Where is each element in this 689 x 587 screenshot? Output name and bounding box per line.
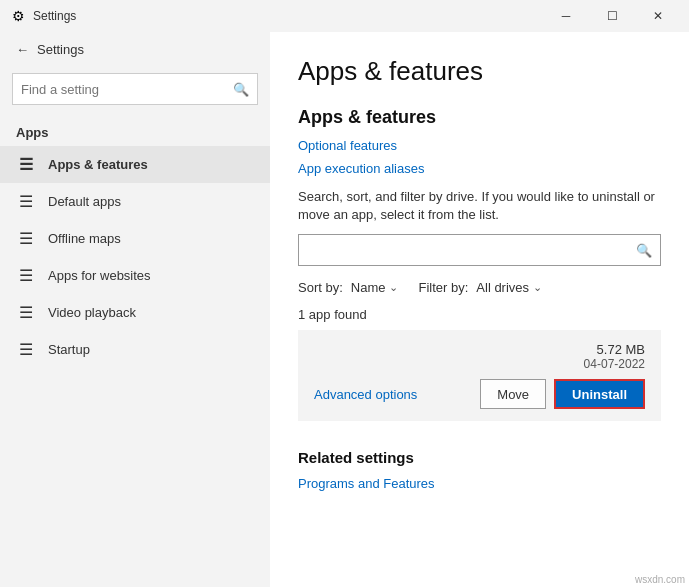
titlebar-controls: ─ ☐ ✕ <box>543 0 681 32</box>
optional-features-link[interactable]: Optional features <box>298 138 661 153</box>
move-button[interactable]: Move <box>480 379 546 409</box>
app-card-buttons: Move Uninstall <box>480 379 645 409</box>
video-playback-icon: ☰ <box>16 303 36 322</box>
app-card: 5.72 MB 04-07-2022 Advanced options Move… <box>298 330 661 421</box>
programs-features-link[interactable]: Programs and Features <box>298 476 661 491</box>
back-icon: ← <box>16 42 29 57</box>
page-title: Apps & features <box>298 56 661 87</box>
sidebar-item-video-playback-label: Video playback <box>48 305 136 320</box>
sort-label: Sort by: <box>298 280 343 295</box>
sidebar-item-video-playback[interactable]: ☰ Video playback <box>0 294 270 331</box>
app-search-box[interactable]: 🔍 <box>298 234 661 266</box>
apps-features-icon: ☰ <box>16 155 36 174</box>
app-execution-link[interactable]: App execution aliases <box>298 161 661 176</box>
titlebar-left: ⚙ Settings <box>12 8 76 24</box>
sidebar-item-startup-label: Startup <box>48 342 90 357</box>
sort-value: Name <box>351 280 386 295</box>
advanced-options-link[interactable]: Advanced options <box>314 387 417 402</box>
section-title: Apps & features <box>298 107 661 128</box>
default-apps-icon: ☰ <box>16 192 36 211</box>
sidebar-item-apps-websites[interactable]: ☰ Apps for websites <box>0 257 270 294</box>
filter-value: All drives <box>476 280 529 295</box>
sidebar-item-offline-maps-label: Offline maps <box>48 231 121 246</box>
minimize-button[interactable]: ─ <box>543 0 589 32</box>
filter-drives[interactable]: Filter by: All drives ⌄ <box>418 280 542 295</box>
sidebar: ← Settings 🔍 Apps ☰ Apps & features ☰ De… <box>0 32 270 587</box>
sidebar-section-label: Apps <box>0 117 270 146</box>
app-date: 04-07-2022 <box>584 357 645 371</box>
titlebar: ⚙ Settings ─ ☐ ✕ <box>0 0 689 32</box>
sidebar-item-default-apps-label: Default apps <box>48 194 121 209</box>
sidebar-item-offline-maps[interactable]: ☰ Offline maps <box>0 220 270 257</box>
filter-chevron-icon: ⌄ <box>533 281 542 294</box>
app-size: 5.72 MB <box>584 342 645 357</box>
titlebar-title: Settings <box>33 9 76 23</box>
app-count: 1 app found <box>298 307 661 322</box>
sidebar-item-default-apps[interactable]: ☰ Default apps <box>0 183 270 220</box>
sidebar-item-apps-features-label: Apps & features <box>48 157 148 172</box>
sidebar-back-button[interactable]: ← Settings <box>0 32 270 67</box>
filters-row: Sort by: Name ⌄ Filter by: All drives ⌄ <box>298 280 661 295</box>
content-area: Apps & features Apps & features Optional… <box>270 32 689 587</box>
sort-filter[interactable]: Sort by: Name ⌄ <box>298 280 398 295</box>
sidebar-search-box[interactable]: 🔍 <box>12 73 258 105</box>
sidebar-search-icon: 🔍 <box>233 82 249 97</box>
watermark: wsxdn.com <box>635 574 685 585</box>
settings-icon: ⚙ <box>12 8 25 24</box>
sidebar-item-apps-websites-label: Apps for websites <box>48 268 151 283</box>
uninstall-button[interactable]: Uninstall <box>554 379 645 409</box>
search-icon: 🔍 <box>636 243 652 258</box>
sort-chevron-icon: ⌄ <box>389 281 398 294</box>
sidebar-search-input[interactable] <box>21 82 233 97</box>
app-card-actions: Advanced options Move Uninstall <box>314 379 645 409</box>
sidebar-item-apps-features[interactable]: ☰ Apps & features <box>0 146 270 183</box>
apps-websites-icon: ☰ <box>16 266 36 285</box>
close-button[interactable]: ✕ <box>635 0 681 32</box>
description-text: Search, sort, and filter by drive. If yo… <box>298 188 661 224</box>
filter-label: Filter by: <box>418 280 468 295</box>
sidebar-item-startup[interactable]: ☰ Startup <box>0 331 270 368</box>
startup-icon: ☰ <box>16 340 36 359</box>
maximize-button[interactable]: ☐ <box>589 0 635 32</box>
app-card-meta: 5.72 MB 04-07-2022 <box>584 342 645 371</box>
app-card-top: 5.72 MB 04-07-2022 <box>314 342 645 371</box>
related-settings-title: Related settings <box>298 449 661 466</box>
main-layout: ← Settings 🔍 Apps ☰ Apps & features ☰ De… <box>0 32 689 587</box>
sidebar-back-label: Settings <box>37 42 84 57</box>
offline-maps-icon: ☰ <box>16 229 36 248</box>
app-search-input[interactable] <box>307 243 636 258</box>
